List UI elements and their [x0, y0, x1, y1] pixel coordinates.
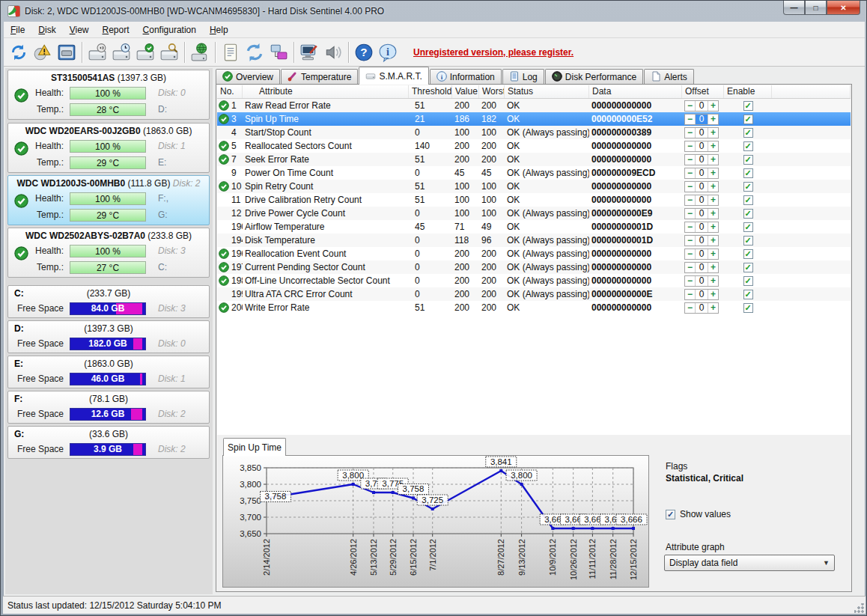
toolbar-refresh-button[interactable] [7, 40, 31, 64]
tab-log[interactable]: Log [502, 69, 544, 85]
menu-configuration[interactable]: Configuration [136, 22, 203, 37]
enable-checkbox[interactable]: ✓ [743, 195, 753, 205]
offset-increase-button[interactable]: + [708, 263, 718, 272]
enable-checkbox[interactable]: ✓ [743, 303, 753, 313]
smart-row-4[interactable]: 4Start/Stop Count0100100OK (Always passi… [217, 126, 851, 139]
enable-checkbox[interactable]: ✓ [743, 182, 753, 192]
menu-report[interactable]: Report [96, 22, 136, 37]
toolbar-hardware-alert-button[interactable] [31, 40, 55, 64]
smart-row-199[interactable]: 199Ultra ATA CRC Error Count0200200OK (A… [217, 287, 851, 301]
minimize-button[interactable]: — [783, 1, 805, 15]
tab-smart[interactable]: S.M.A.R.T. [359, 67, 428, 85]
offset-increase-button[interactable]: + [708, 141, 718, 151]
offset-increase-button[interactable]: + [708, 168, 718, 178]
toolbar-report-button[interactable] [219, 40, 243, 64]
tab-temperature[interactable]: Temperature [281, 69, 358, 85]
offset-decrease-button[interactable]: − [685, 249, 696, 259]
smart-row-200[interactable]: 200Write Error Rate51200200OK00000000000… [217, 301, 851, 314]
enable-checkbox[interactable]: ✓ [743, 249, 753, 259]
smart-row-196[interactable]: 196Reallocation Event Count0200200OK (Al… [217, 247, 851, 260]
tab-information[interactable]: iInformation [430, 69, 502, 85]
volume-item-G[interactable]: G:(33.6 GB)Free Space3.9 GBDisk: 2 [7, 426, 210, 459]
show-values-checkbox[interactable]: ✓ [666, 510, 675, 519]
enable-checkbox[interactable]: ✓ [743, 128, 753, 138]
smart-row-194[interactable]: 194Disk Temperature011896OK (Always pass… [217, 234, 851, 247]
offset-increase-button[interactable]: + [708, 155, 718, 165]
offset-decrease-button[interactable]: − [685, 115, 696, 124]
menu-help[interactable]: Help [203, 22, 235, 37]
enable-checkbox[interactable]: ✓ [743, 141, 753, 151]
offset-decrease-button[interactable]: − [685, 168, 696, 178]
column-header-Attribute[interactable]: Attribute [243, 85, 409, 98]
enable-checkbox[interactable]: ✓ [743, 236, 753, 246]
title-bar[interactable]: Disk: 2, WDC WD1200JS-00MHB0 [WD-WCANM46… [1, 1, 866, 22]
toolbar-disk-test-button[interactable] [133, 40, 157, 64]
smart-row-190[interactable]: 190Airflow Temperature457149OK0000000000… [217, 220, 851, 234]
column-header-Status[interactable]: Status [505, 85, 589, 98]
smart-row-5[interactable]: 5Reallocated Sectors Count140200200OK000… [217, 139, 851, 153]
offset-decrease-button[interactable]: − [685, 141, 696, 151]
offset-decrease-button[interactable]: − [685, 263, 696, 272]
offset-decrease-button[interactable]: − [685, 155, 696, 165]
disk-item-WDC WD20EARS-00J2GB0[interactable]: WDC WD20EARS-00J2GB0 (1863.0 GB)Health:1… [7, 123, 210, 173]
offset-decrease-button[interactable]: − [685, 128, 696, 138]
offset-increase-button[interactable]: + [708, 128, 718, 138]
smart-row-11[interactable]: 11Drive Calibration Retry Count51100100O… [217, 193, 851, 207]
enable-checkbox[interactable]: ✓ [743, 155, 753, 165]
menu-disk[interactable]: Disk [31, 22, 62, 37]
offset-increase-button[interactable]: + [708, 101, 718, 111]
toolbar-about-button[interactable]: i [376, 40, 400, 64]
enable-checkbox[interactable]: ✓ [743, 101, 753, 111]
offset-increase-button[interactable]: + [708, 182, 718, 192]
toolbar-help-button[interactable]: ? [352, 40, 376, 64]
column-header-Worst[interactable]: Worst [479, 85, 505, 98]
offset-decrease-button[interactable]: − [685, 195, 696, 205]
disk-item-WDC WD1200JS-00MHB0[interactable]: WDC WD1200JS-00MHB0 (111.8 GB) Disk: 2He… [7, 175, 210, 225]
show-values-option[interactable]: ✓ Show values [666, 509, 731, 519]
offset-decrease-button[interactable]: − [685, 276, 696, 286]
volume-item-D[interactable]: D:(1397.3 GB)Free Space182.0 GBDisk: 0 [7, 320, 210, 353]
table-header[interactable]: No.AttributeThresholdValueWorstStatusDat… [217, 85, 851, 99]
smart-row-12[interactable]: 12Drive Power Cycle Count0100100OK (Alwa… [217, 207, 851, 220]
enable-checkbox[interactable]: ✓ [743, 276, 753, 286]
tab-alerts[interactable]: Alerts [644, 69, 694, 85]
enable-checkbox[interactable]: ✓ [743, 209, 753, 219]
enable-checkbox[interactable]: ✓ [743, 115, 753, 124]
toolbar-network-status-button[interactable] [267, 40, 290, 64]
offset-decrease-button[interactable]: − [685, 182, 696, 192]
toolbar-network-disk-button[interactable] [188, 40, 212, 64]
smart-row-3[interactable]: 3Spin Up Time21186182OK000000000E52−0+✓ [217, 112, 851, 126]
attribute-chart-tab[interactable]: Spin Up Time [223, 438, 286, 456]
offset-increase-button[interactable]: + [708, 276, 718, 286]
smart-row-1[interactable]: 1Raw Read Error Rate51200200OK0000000000… [217, 99, 851, 112]
toolbar-disk-acoustic-button[interactable] [85, 40, 109, 64]
volume-item-F[interactable]: F:(78.1 GB)Free Space12.6 GBDisk: 2 [7, 391, 210, 424]
tab-overview[interactable]: Overview [216, 69, 280, 85]
smart-row-198[interactable]: 198Off-Line Uncorrectable Sector Count02… [217, 274, 851, 287]
disk-item-ST31500541AS[interactable]: ST31500541AS (1397.3 GB)Health:100 %Disk… [7, 70, 210, 120]
offset-increase-button[interactable]: + [708, 115, 718, 124]
offset-increase-button[interactable]: + [708, 290, 718, 299]
enable-checkbox[interactable]: ✓ [743, 168, 753, 178]
toolbar-system-settings-button[interactable] [297, 40, 321, 64]
register-link[interactable]: Unregistered version, please register. [413, 47, 574, 58]
column-header-No.[interactable]: No. [217, 85, 243, 98]
offset-increase-button[interactable]: + [708, 236, 718, 246]
offset-increase-button[interactable]: + [708, 209, 718, 219]
offset-decrease-button[interactable]: − [685, 209, 696, 219]
tab-disk-performance[interactable]: Disk Performance [545, 69, 643, 85]
offset-decrease-button[interactable]: − [685, 303, 696, 313]
column-header-Offset[interactable]: Offset [682, 85, 724, 98]
enable-checkbox[interactable]: ✓ [743, 263, 753, 272]
offset-increase-button[interactable]: + [708, 303, 718, 313]
offset-decrease-button[interactable]: − [685, 236, 696, 246]
volume-item-E[interactable]: E:(1863.0 GB)Free Space46.0 GBDisk: 1 [7, 356, 210, 388]
offset-increase-button[interactable]: + [708, 195, 718, 205]
toolbar-disk-surface-scan-button[interactable] [157, 40, 181, 64]
enable-checkbox[interactable]: ✓ [743, 290, 753, 299]
disk-item-WDC WD2502ABYS-02B7A0[interactable]: WDC WD2502ABYS-02B7A0 (233.8 GB)Health:1… [7, 228, 210, 278]
offset-decrease-button[interactable]: − [685, 222, 696, 232]
maximize-button[interactable]: □ [805, 1, 827, 15]
column-header-Data[interactable]: Data [589, 85, 682, 98]
resize-grip[interactable] [854, 603, 865, 614]
